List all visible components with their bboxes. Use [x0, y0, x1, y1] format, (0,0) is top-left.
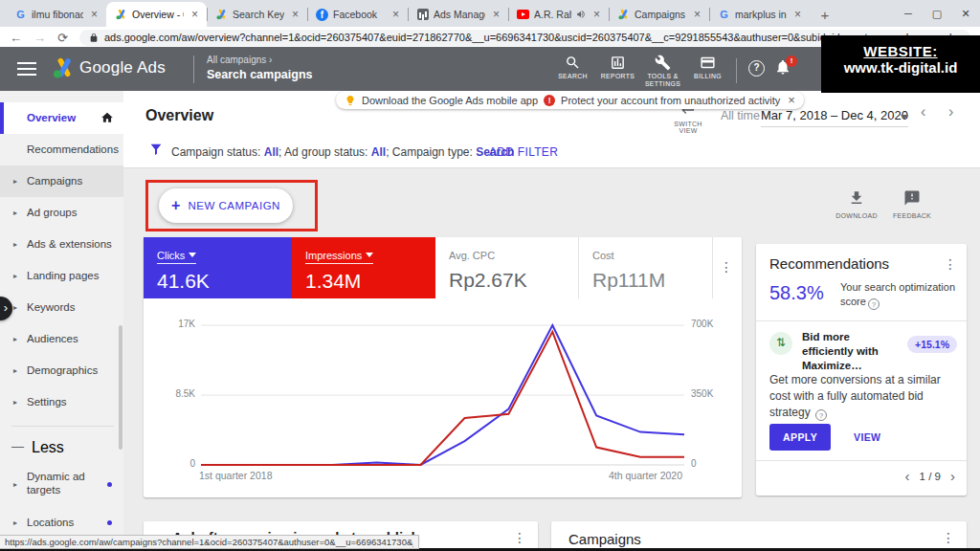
recommendations-pager: ‹ 1 / 9 ›: [905, 468, 955, 484]
sidebar-item-audiences[interactable]: ▸ Audiences: [0, 323, 123, 355]
filter-summary[interactable]: Campaign status: All; Ad group status: A…: [171, 145, 514, 159]
sidebar-item-landing-pages[interactable]: ▸ Landing pages: [0, 260, 123, 292]
browser-tab-5[interactable]: A.R. Rahman, T ×: [508, 2, 609, 27]
sidebar-item-campaigns[interactable]: ▸ Campaigns: [0, 165, 123, 197]
promo-message[interactable]: Download the Google Ads mobile app: [362, 95, 538, 106]
uplift-badge: +15.1%: [907, 336, 957, 353]
chevron-down-icon[interactable]: [901, 115, 908, 120]
breadcrumb-current: Search campaigns: [207, 68, 312, 81]
chevron-down-icon: [366, 253, 373, 257]
google-ads-favicon: [115, 9, 127, 21]
search-icon: [565, 55, 581, 71]
sidebar-item-ads-extensions[interactable]: ▸ Ads & extensions: [0, 229, 123, 260]
help-icon[interactable]: ?: [868, 298, 880, 310]
browser-tab-2[interactable]: Search Keywords - ×: [207, 2, 307, 27]
card-menu-icon[interactable]: ⋮: [944, 257, 957, 271]
close-tab-icon[interactable]: ×: [490, 8, 502, 21]
prev-period-icon[interactable]: ‹: [921, 103, 925, 121]
divider: [193, 55, 194, 83]
sidebar: Overview Recommendations ▸ Campaigns ▸ A…: [0, 91, 123, 551]
nav-reports[interactable]: REPORTS: [595, 51, 640, 80]
screen: G ilmu fibonacci ada × Overview - Getric…: [0, 0, 980, 551]
nav-billing[interactable]: BILLING: [685, 51, 730, 80]
view-button[interactable]: VIEW: [844, 424, 890, 451]
sidebar-item-keywords[interactable]: ▸ Keywords: [0, 292, 123, 323]
tab-audio-icon[interactable]: [576, 6, 586, 23]
close-tab-icon[interactable]: ×: [189, 8, 201, 21]
recommendation-item-title[interactable]: Bid more efficiently with Maximize…: [802, 330, 903, 373]
google-favicon: G: [14, 9, 27, 21]
card-menu-icon[interactable]: ⋮: [720, 260, 733, 274]
browser-tab-7[interactable]: G markplus inc - Go ×: [709, 2, 810, 27]
expand-caret-icon: ▸: [13, 480, 17, 489]
divider: [11, 426, 114, 427]
sidebar-item-dynamic-ad-targets[interactable]: ▸ Dynamic ad targets: [0, 461, 123, 507]
sidebar-item-overview[interactable]: Overview: [0, 102, 123, 134]
status-dot: [107, 482, 112, 487]
nav-tools-settings[interactable]: TOOLS & SETTINGS: [640, 51, 685, 89]
forward-icon[interactable]: →: [33, 31, 46, 45]
close-tab-icon[interactable]: ×: [289, 8, 301, 21]
help-icon[interactable]: ?: [748, 60, 765, 77]
divider: [756, 460, 967, 461]
close-tab-icon[interactable]: ×: [88, 8, 100, 21]
browser-tab-bar: G ilmu fibonacci ada × Overview - Getric…: [0, 0, 980, 27]
google-ads-favicon: [617, 9, 630, 21]
browser-tab-4[interactable]: Ads Manager - Ma ×: [408, 2, 508, 27]
sidebar-less-toggle[interactable]: — Less: [0, 434, 123, 461]
metric-tile-avg-cpc[interactable]: Avg. CPC Rp2.67K: [435, 237, 579, 298]
browser-tab-3[interactable]: f Facebook ×: [307, 2, 408, 27]
performance-chart: 17K 8.5K 0 700K 350K 0 1st quarter 2018 …: [144, 304, 742, 496]
minimize-window-icon[interactable]: ─: [894, 0, 923, 27]
metric-tile-clicks[interactable]: Clicks 41.6K: [144, 237, 292, 298]
expand-caret-icon: ▸: [13, 177, 17, 186]
optimization-score: 58.3%: [769, 282, 824, 304]
next-page-icon[interactable]: ›: [950, 468, 955, 484]
sidebar-scrollbar[interactable]: [119, 325, 122, 450]
maximize-window-icon[interactable]: ▢: [923, 0, 951, 27]
sidebar-item-demographics[interactable]: ▸ Demographics: [0, 355, 123, 386]
next-period-icon[interactable]: ›: [948, 103, 953, 121]
sidebar-item-settings[interactable]: ▸ Settings: [0, 386, 123, 418]
browser-tab-active[interactable]: Overview - Getrich ×: [106, 2, 207, 27]
expand-caret-icon: ▸: [13, 272, 17, 280]
reload-icon[interactable]: ⟳: [57, 31, 68, 45]
alert-message[interactable]: Protect your account from unauthorized a…: [561, 95, 780, 106]
metric-tile-cost[interactable]: Cost Rp111M: [579, 237, 713, 298]
recommendation-item-body: Get more conversions at a similar cost w…: [769, 372, 953, 421]
sidebar-item-recommendations[interactable]: Recommendations: [0, 134, 123, 165]
breadcrumb-parent[interactable]: All campaigns ›: [207, 55, 272, 65]
prev-page-icon[interactable]: ‹: [905, 468, 910, 484]
close-tab-icon[interactable]: ×: [791, 8, 804, 21]
campaigns-card-title: Campaigns: [568, 531, 641, 547]
product-name: Google Ads: [79, 58, 166, 77]
expand-caret-icon: ▸: [13, 366, 17, 375]
add-filter-button[interactable]: ADD FILTER: [489, 145, 558, 159]
notifications-bell[interactable]: !: [774, 58, 791, 79]
chart-line-impressions: [201, 332, 684, 465]
new-tab-button[interactable]: +: [813, 4, 836, 27]
feedback-button[interactable]: FEEDBACK: [885, 189, 939, 219]
close-tab-icon[interactable]: ×: [590, 8, 603, 21]
google-ads-logo-icon[interactable]: [53, 56, 76, 83]
metric-tile-impressions[interactable]: Impressions 1.34M: [292, 237, 435, 298]
close-tab-icon[interactable]: ×: [390, 8, 402, 21]
close-icon[interactable]: ×: [788, 93, 795, 107]
download-button[interactable]: DOWNLOAD: [830, 189, 883, 219]
browser-tab-6[interactable]: Campaigns - Getri ×: [609, 2, 709, 27]
back-icon[interactable]: ←: [10, 31, 22, 45]
nav-search[interactable]: SEARCH: [550, 51, 595, 80]
card-menu-icon[interactable]: ⋮: [513, 531, 526, 544]
collapse-minus-icon: —: [11, 439, 24, 453]
chart-canvas: [144, 304, 742, 496]
browser-tab-0[interactable]: G ilmu fibonacci ada ×: [6, 2, 106, 27]
menu-hamburger-icon[interactable]: [17, 62, 36, 76]
apply-button[interactable]: APPLY: [769, 424, 831, 451]
sidebar-item-ad-groups[interactable]: ▸ Ad groups: [0, 197, 123, 229]
date-range-selector[interactable]: Mar 7, 2018 – Dec 4, 2020: [761, 108, 908, 127]
close-window-icon[interactable]: ✕: [951, 0, 980, 27]
expand-caret-icon: ▸: [13, 303, 17, 312]
close-tab-icon[interactable]: ×: [691, 8, 703, 21]
card-menu-icon[interactable]: ⋮: [942, 531, 955, 544]
help-icon[interactable]: ?: [815, 409, 827, 421]
